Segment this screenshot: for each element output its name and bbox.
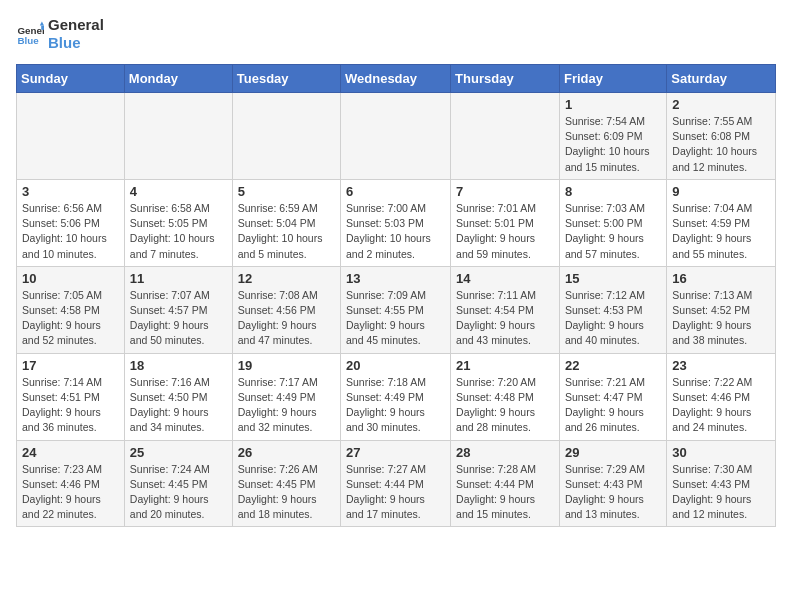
day-info: Sunrise: 7:14 AM Sunset: 4:51 PM Dayligh… bbox=[22, 375, 119, 436]
day-number: 18 bbox=[130, 358, 227, 373]
day-number: 3 bbox=[22, 184, 119, 199]
day-info: Sunrise: 6:58 AM Sunset: 5:05 PM Dayligh… bbox=[130, 201, 227, 262]
empty-cell bbox=[341, 93, 451, 180]
day-number: 21 bbox=[456, 358, 554, 373]
day-info: Sunrise: 7:28 AM Sunset: 4:44 PM Dayligh… bbox=[456, 462, 554, 523]
calendar-day-cell: 8Sunrise: 7:03 AM Sunset: 5:00 PM Daylig… bbox=[559, 179, 666, 266]
day-number: 1 bbox=[565, 97, 661, 112]
weekday-header-saturday: Saturday bbox=[667, 65, 776, 93]
day-number: 20 bbox=[346, 358, 445, 373]
day-number: 24 bbox=[22, 445, 119, 460]
calendar-week-row: 10Sunrise: 7:05 AM Sunset: 4:58 PM Dayli… bbox=[17, 266, 776, 353]
day-info: Sunrise: 7:09 AM Sunset: 4:55 PM Dayligh… bbox=[346, 288, 445, 349]
day-number: 30 bbox=[672, 445, 770, 460]
calendar-week-row: 3Sunrise: 6:56 AM Sunset: 5:06 PM Daylig… bbox=[17, 179, 776, 266]
day-number: 8 bbox=[565, 184, 661, 199]
calendar-table: SundayMondayTuesdayWednesdayThursdayFrid… bbox=[16, 64, 776, 527]
day-info: Sunrise: 7:27 AM Sunset: 4:44 PM Dayligh… bbox=[346, 462, 445, 523]
calendar-day-cell: 21Sunrise: 7:20 AM Sunset: 4:48 PM Dayli… bbox=[451, 353, 560, 440]
day-number: 9 bbox=[672, 184, 770, 199]
calendar-day-cell: 9Sunrise: 7:04 AM Sunset: 4:59 PM Daylig… bbox=[667, 179, 776, 266]
calendar-day-cell: 18Sunrise: 7:16 AM Sunset: 4:50 PM Dayli… bbox=[124, 353, 232, 440]
day-info: Sunrise: 7:30 AM Sunset: 4:43 PM Dayligh… bbox=[672, 462, 770, 523]
calendar-day-cell: 17Sunrise: 7:14 AM Sunset: 4:51 PM Dayli… bbox=[17, 353, 125, 440]
day-info: Sunrise: 7:26 AM Sunset: 4:45 PM Dayligh… bbox=[238, 462, 335, 523]
day-number: 26 bbox=[238, 445, 335, 460]
weekday-header-tuesday: Tuesday bbox=[232, 65, 340, 93]
day-info: Sunrise: 7:23 AM Sunset: 4:46 PM Dayligh… bbox=[22, 462, 119, 523]
weekday-header-friday: Friday bbox=[559, 65, 666, 93]
day-info: Sunrise: 7:03 AM Sunset: 5:00 PM Dayligh… bbox=[565, 201, 661, 262]
logo-text: General Blue bbox=[48, 16, 104, 52]
calendar-day-cell: 2Sunrise: 7:55 AM Sunset: 6:08 PM Daylig… bbox=[667, 93, 776, 180]
calendar-day-cell: 27Sunrise: 7:27 AM Sunset: 4:44 PM Dayli… bbox=[341, 440, 451, 527]
empty-cell bbox=[17, 93, 125, 180]
calendar-week-row: 17Sunrise: 7:14 AM Sunset: 4:51 PM Dayli… bbox=[17, 353, 776, 440]
day-number: 25 bbox=[130, 445, 227, 460]
calendar-day-cell: 19Sunrise: 7:17 AM Sunset: 4:49 PM Dayli… bbox=[232, 353, 340, 440]
calendar-day-cell: 13Sunrise: 7:09 AM Sunset: 4:55 PM Dayli… bbox=[341, 266, 451, 353]
day-info: Sunrise: 7:16 AM Sunset: 4:50 PM Dayligh… bbox=[130, 375, 227, 436]
day-number: 13 bbox=[346, 271, 445, 286]
day-number: 16 bbox=[672, 271, 770, 286]
day-info: Sunrise: 7:13 AM Sunset: 4:52 PM Dayligh… bbox=[672, 288, 770, 349]
svg-marker-2 bbox=[40, 21, 44, 25]
day-info: Sunrise: 7:24 AM Sunset: 4:45 PM Dayligh… bbox=[130, 462, 227, 523]
calendar-day-cell: 30Sunrise: 7:30 AM Sunset: 4:43 PM Dayli… bbox=[667, 440, 776, 527]
logo-icon: General Blue bbox=[16, 20, 44, 48]
weekday-header-monday: Monday bbox=[124, 65, 232, 93]
day-number: 11 bbox=[130, 271, 227, 286]
calendar-day-cell: 11Sunrise: 7:07 AM Sunset: 4:57 PM Dayli… bbox=[124, 266, 232, 353]
day-number: 14 bbox=[456, 271, 554, 286]
day-info: Sunrise: 7:12 AM Sunset: 4:53 PM Dayligh… bbox=[565, 288, 661, 349]
day-info: Sunrise: 7:29 AM Sunset: 4:43 PM Dayligh… bbox=[565, 462, 661, 523]
weekday-header-row: SundayMondayTuesdayWednesdayThursdayFrid… bbox=[17, 65, 776, 93]
day-number: 23 bbox=[672, 358, 770, 373]
day-info: Sunrise: 7:18 AM Sunset: 4:49 PM Dayligh… bbox=[346, 375, 445, 436]
day-number: 22 bbox=[565, 358, 661, 373]
day-number: 2 bbox=[672, 97, 770, 112]
empty-cell bbox=[124, 93, 232, 180]
calendar-day-cell: 7Sunrise: 7:01 AM Sunset: 5:01 PM Daylig… bbox=[451, 179, 560, 266]
day-info: Sunrise: 7:17 AM Sunset: 4:49 PM Dayligh… bbox=[238, 375, 335, 436]
calendar-day-cell: 20Sunrise: 7:18 AM Sunset: 4:49 PM Dayli… bbox=[341, 353, 451, 440]
day-number: 29 bbox=[565, 445, 661, 460]
empty-cell bbox=[232, 93, 340, 180]
day-number: 7 bbox=[456, 184, 554, 199]
calendar-day-cell: 25Sunrise: 7:24 AM Sunset: 4:45 PM Dayli… bbox=[124, 440, 232, 527]
day-info: Sunrise: 6:59 AM Sunset: 5:04 PM Dayligh… bbox=[238, 201, 335, 262]
calendar-day-cell: 22Sunrise: 7:21 AM Sunset: 4:47 PM Dayli… bbox=[559, 353, 666, 440]
calendar-day-cell: 16Sunrise: 7:13 AM Sunset: 4:52 PM Dayli… bbox=[667, 266, 776, 353]
day-number: 17 bbox=[22, 358, 119, 373]
calendar-day-cell: 26Sunrise: 7:26 AM Sunset: 4:45 PM Dayli… bbox=[232, 440, 340, 527]
weekday-header-wednesday: Wednesday bbox=[341, 65, 451, 93]
day-number: 27 bbox=[346, 445, 445, 460]
calendar-day-cell: 29Sunrise: 7:29 AM Sunset: 4:43 PM Dayli… bbox=[559, 440, 666, 527]
calendar-day-cell: 23Sunrise: 7:22 AM Sunset: 4:46 PM Dayli… bbox=[667, 353, 776, 440]
day-number: 4 bbox=[130, 184, 227, 199]
day-number: 5 bbox=[238, 184, 335, 199]
day-info: Sunrise: 7:07 AM Sunset: 4:57 PM Dayligh… bbox=[130, 288, 227, 349]
calendar-week-row: 24Sunrise: 7:23 AM Sunset: 4:46 PM Dayli… bbox=[17, 440, 776, 527]
day-info: Sunrise: 7:55 AM Sunset: 6:08 PM Dayligh… bbox=[672, 114, 770, 175]
day-number: 12 bbox=[238, 271, 335, 286]
logo: General Blue General Blue bbox=[16, 16, 104, 52]
calendar-day-cell: 5Sunrise: 6:59 AM Sunset: 5:04 PM Daylig… bbox=[232, 179, 340, 266]
weekday-header-sunday: Sunday bbox=[17, 65, 125, 93]
calendar-day-cell: 10Sunrise: 7:05 AM Sunset: 4:58 PM Dayli… bbox=[17, 266, 125, 353]
day-number: 19 bbox=[238, 358, 335, 373]
svg-text:Blue: Blue bbox=[17, 35, 39, 46]
day-number: 6 bbox=[346, 184, 445, 199]
calendar-body: 1Sunrise: 7:54 AM Sunset: 6:09 PM Daylig… bbox=[17, 93, 776, 527]
calendar-day-cell: 15Sunrise: 7:12 AM Sunset: 4:53 PM Dayli… bbox=[559, 266, 666, 353]
svg-marker-3 bbox=[41, 26, 44, 30]
day-info: Sunrise: 7:08 AM Sunset: 4:56 PM Dayligh… bbox=[238, 288, 335, 349]
day-info: Sunrise: 7:04 AM Sunset: 4:59 PM Dayligh… bbox=[672, 201, 770, 262]
page-header: General Blue General Blue bbox=[16, 16, 776, 52]
day-info: Sunrise: 7:20 AM Sunset: 4:48 PM Dayligh… bbox=[456, 375, 554, 436]
day-number: 10 bbox=[22, 271, 119, 286]
day-info: Sunrise: 7:05 AM Sunset: 4:58 PM Dayligh… bbox=[22, 288, 119, 349]
calendar-day-cell: 14Sunrise: 7:11 AM Sunset: 4:54 PM Dayli… bbox=[451, 266, 560, 353]
day-number: 28 bbox=[456, 445, 554, 460]
calendar-day-cell: 3Sunrise: 6:56 AM Sunset: 5:06 PM Daylig… bbox=[17, 179, 125, 266]
